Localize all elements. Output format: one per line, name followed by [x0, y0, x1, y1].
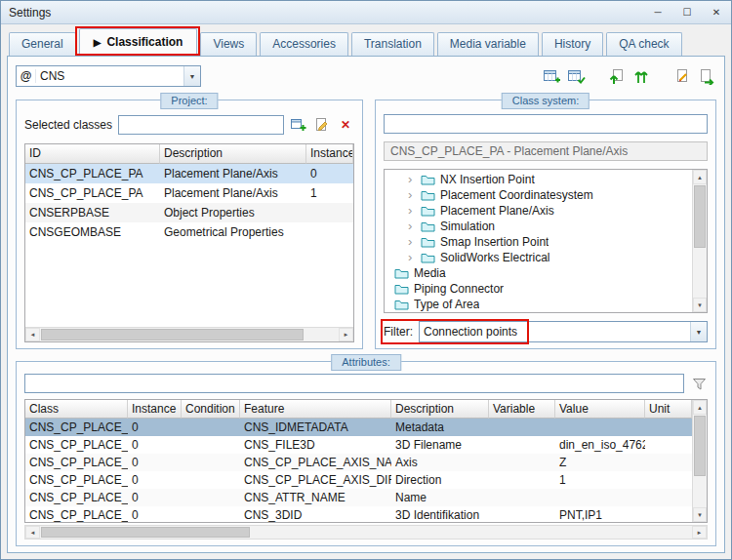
expand-chevron-icon[interactable]: ›: [408, 206, 416, 216]
tab-general[interactable]: General: [9, 32, 76, 56]
scroll-right-icon[interactable]: ►: [339, 328, 353, 341]
column-header-value[interactable]: Value: [555, 400, 645, 419]
expand-chevron-icon[interactable]: ›: [408, 221, 416, 231]
tree-item[interactable]: › NX Insertion Point: [385, 172, 692, 187]
tab-media-variable[interactable]: Media variable: [437, 32, 539, 56]
table-export-icon[interactable]: [566, 67, 586, 85]
scroll-right-icon[interactable]: ►: [692, 526, 707, 539]
expand-chevron-icon[interactable]: ›: [408, 175, 416, 184]
filter-row: Filter: Connection points ▼: [384, 321, 708, 342]
close-button[interactable]: ✕: [702, 1, 731, 23]
scroll-down-icon[interactable]: ▼: [693, 507, 707, 522]
chevron-down-icon[interactable]: ▼: [690, 322, 707, 341]
scroll-left-icon[interactable]: ◄: [25, 328, 40, 341]
tab-history[interactable]: History: [542, 32, 603, 56]
table-row[interactable]: CNS_CP_PLACE_PA 0 CNS_FILE3D 3D Filename…: [25, 436, 692, 454]
column-header-class[interactable]: Class: [25, 400, 128, 419]
table-row[interactable]: CNS_CP_PLACE_PA 0 CNS_IDMETADATA Metadat…: [25, 419, 692, 436]
window-title: Settings: [9, 6, 51, 20]
class-system-panel-header: Class system:: [502, 93, 590, 109]
expand-chevron-icon[interactable]: ›: [408, 190, 416, 200]
filter-funnel-icon[interactable]: [690, 376, 708, 391]
check-file-icon[interactable]: [672, 67, 692, 85]
update-classes-icon[interactable]: [631, 67, 651, 85]
tab-accessories[interactable]: Accessories: [260, 32, 348, 56]
table-row[interactable]: CNS_CP_PLACE_PA 0 CNS_ATTR_NAME Name: [25, 489, 692, 506]
tree-item[interactable]: › Placement Coordinatesystem: [385, 187, 692, 203]
scrollbar-thumb[interactable]: [41, 527, 250, 538]
vertical-scrollbar[interactable]: ▲ ▼: [692, 400, 707, 522]
class-system-panel: Class system: CNS_CP_PLACE_PA - Placemen…: [375, 100, 716, 349]
tab-qa-check[interactable]: QA check: [606, 32, 681, 56]
chevron-down-icon[interactable]: ▼: [183, 66, 200, 86]
tree-item[interactable]: › SolidWorks Electrical: [385, 250, 692, 265]
folder-icon: [421, 252, 435, 263]
maximize-button[interactable]: ☐: [672, 1, 702, 23]
tree-item[interactable]: Piping Connector: [385, 281, 692, 297]
class-system-search-input[interactable]: [384, 114, 708, 134]
filter-combobox[interactable]: Connection points ▼: [419, 321, 708, 342]
scheme-combobox[interactable]: @ CNS ▼: [16, 65, 201, 87]
selected-classes-input[interactable]: [118, 115, 284, 135]
table-row[interactable]: CNS_CP_PLACE_PA 0 CNS_CP_PLACE_AXIS_NAME…: [25, 454, 692, 471]
scheme-toolbar: @ CNS ▼: [16, 64, 716, 88]
scrollbar-thumb[interactable]: [694, 185, 706, 248]
tab-classification[interactable]: ▶ Classification: [79, 28, 198, 56]
add-classes-icon[interactable]: [607, 67, 627, 85]
scroll-up-icon[interactable]: ▲: [693, 400, 707, 415]
column-header-feature[interactable]: Feature: [240, 400, 391, 419]
scroll-up-icon[interactable]: ▲: [693, 170, 707, 184]
tree-item[interactable]: › Simulation: [385, 219, 692, 234]
table-row[interactable]: CNSERPBASE Object Properties: [25, 203, 353, 222]
export-file-icon[interactable]: [697, 67, 716, 85]
annotation-cursor-icon: ▶: [94, 37, 102, 48]
horizontal-scrollbar[interactable]: ◄ ►: [24, 525, 708, 540]
expand-chevron-icon[interactable]: ›: [408, 253, 416, 262]
settings-window: Settings ─ ☐ ✕ General ▶ Classification …: [0, 0, 732, 560]
column-header-id[interactable]: ID: [25, 144, 160, 164]
tree-item[interactable]: Media: [385, 265, 692, 281]
column-header-variable[interactable]: Variable: [489, 400, 555, 419]
vertical-scrollbar[interactable]: ▲ ▼: [692, 170, 707, 312]
project-table-header: ID Description Instance: [25, 144, 353, 164]
edit-class-icon[interactable]: [313, 117, 331, 133]
add-class-icon[interactable]: [290, 117, 307, 133]
table-row[interactable]: CNS_CP_PLACE_PA Placement Plane/Axis 0: [25, 164, 353, 183]
scrollbar-track[interactable]: [40, 328, 339, 341]
scroll-left-icon[interactable]: ◄: [25, 526, 40, 539]
tree-item[interactable]: Type of Area: [385, 297, 692, 312]
folder-icon: [394, 267, 409, 279]
table-row[interactable]: CNS_CP_PLACE_PA 0 CNS_3DID 3D Identifika…: [25, 506, 692, 523]
scrollbar-track[interactable]: [693, 415, 707, 507]
scrollbar-track[interactable]: [693, 184, 707, 298]
column-header-condition[interactable]: Condition: [182, 400, 240, 419]
attributes-filter-input[interactable]: [24, 374, 684, 393]
tree-item[interactable]: › Smap Insertion Point: [385, 234, 692, 250]
table-import-icon[interactable]: [542, 67, 561, 85]
scrollbar-thumb[interactable]: [694, 416, 706, 476]
column-header-description[interactable]: Description: [160, 144, 306, 164]
table-row[interactable]: CNSGEOMBASE Geometrical Properties: [25, 222, 353, 242]
minimize-button[interactable]: ─: [643, 1, 672, 23]
tree-items: › NX Insertion Point › Placement Coordin…: [385, 172, 692, 312]
titlebar: Settings ─ ☐ ✕: [1, 1, 731, 24]
window-controls: ─ ☐ ✕: [643, 1, 731, 23]
project-panel: Project: Selected classes ✕ ID Descri: [16, 100, 363, 349]
horizontal-scrollbar[interactable]: ◄ ►: [25, 327, 353, 341]
scroll-down-icon[interactable]: ▼: [693, 298, 707, 312]
scrollbar-track[interactable]: [40, 526, 692, 539]
column-header-unit[interactable]: Unit: [645, 400, 692, 419]
class-system-tree: › NX Insertion Point › Placement Coordin…: [384, 169, 708, 313]
tree-item[interactable]: › Placement Plane/Axis: [385, 203, 692, 219]
column-header-instance[interactable]: Instance: [128, 400, 182, 419]
column-header-description[interactable]: Description: [391, 400, 489, 419]
expand-chevron-icon[interactable]: ›: [408, 237, 416, 247]
scrollbar-thumb[interactable]: [41, 329, 304, 340]
table-row[interactable]: CNS_CP_PLACE_PA Placement Plane/Axis 1: [25, 183, 353, 203]
panels-row: Project: Selected classes ✕ ID Descri: [16, 100, 716, 349]
column-header-instance[interactable]: Instance: [306, 144, 353, 164]
table-row[interactable]: CNS_CP_PLACE_PA 0 CNS_CP_PLACE_AXIS_DIR …: [25, 471, 692, 489]
tab-translation[interactable]: Translation: [351, 32, 434, 56]
delete-class-icon[interactable]: ✕: [337, 117, 354, 133]
tab-views[interactable]: Views: [200, 32, 257, 56]
